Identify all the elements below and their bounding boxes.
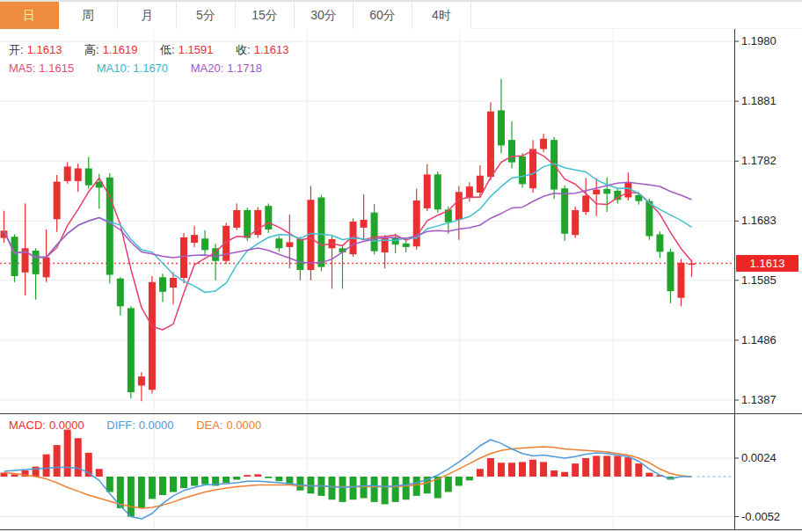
- diff-value: 0.0000: [139, 419, 174, 432]
- ma20-value: 1.1718: [227, 62, 262, 75]
- candle-body: [466, 186, 473, 198]
- dea-label: DEA:: [196, 419, 222, 432]
- macd-bar: [582, 458, 589, 477]
- ma10-value: 1.1670: [133, 62, 168, 75]
- macd-bar: [540, 462, 547, 477]
- candle-body: [508, 140, 515, 162]
- close-label: 收:: [236, 43, 251, 56]
- candle-body: [498, 110, 505, 145]
- macd-bar: [233, 477, 240, 480]
- macd-bar: [371, 477, 378, 502]
- candle-body: [128, 308, 135, 392]
- macd-bar: [64, 430, 71, 477]
- candle-body: [519, 157, 526, 185]
- macd-bar: [244, 475, 251, 477]
- macd-bar: [201, 477, 208, 485]
- candle-body: [43, 258, 50, 278]
- candle-body: [33, 251, 40, 274]
- macd-bar: [635, 463, 642, 477]
- macd-bar: [645, 473, 653, 477]
- low-value: 1.1591: [179, 43, 214, 56]
- candle-body: [244, 210, 251, 238]
- macd-bar: [170, 477, 177, 492]
- macd-bar: [149, 477, 156, 499]
- macd-bar: [392, 477, 399, 502]
- candle-body: [656, 234, 663, 251]
- macd-bar: [350, 477, 357, 499]
- candle-body: [180, 237, 187, 278]
- macd-bar: [328, 477, 335, 499]
- ohlc-legend: 开:1.1613 高:1.1619 低:1.1591 收:1.1613: [9, 42, 292, 58]
- candle-body: [296, 239, 303, 270]
- macd-bar: [265, 477, 272, 478]
- tab-5min[interactable]: 5分: [177, 2, 236, 29]
- diff-label: DIFF:: [106, 419, 135, 432]
- candle-body: [201, 238, 208, 250]
- tab-month[interactable]: 月: [118, 2, 177, 29]
- candle-body: [645, 201, 653, 237]
- macd-bar: [222, 477, 230, 483]
- macd-bar: [96, 469, 103, 477]
- candle-body: [371, 213, 378, 251]
- macd-bar: [614, 455, 621, 477]
- macd-bar: [487, 458, 494, 477]
- candle-body: [191, 235, 198, 243]
- macd-bar: [498, 463, 505, 477]
- tab-day[interactable]: 日: [0, 2, 59, 29]
- macd-bar: [477, 469, 484, 477]
- ma-legend: MA5:1.1615 MA10:1.1670 MA20:1.1718: [9, 62, 266, 75]
- macd-bar: [508, 463, 515, 477]
- macd-bar: [382, 477, 389, 505]
- tab-60min[interactable]: 60分: [354, 2, 412, 29]
- close-value: 1.1613: [254, 43, 289, 56]
- candle-body: [286, 242, 293, 247]
- tab-30min[interactable]: 30分: [295, 2, 354, 29]
- candle-body: [529, 149, 536, 188]
- macd-bar: [33, 467, 40, 477]
- candle-body: [603, 189, 610, 194]
- macd-bar: [519, 462, 526, 477]
- macd-bar: [339, 477, 346, 502]
- macd-bar: [413, 477, 420, 496]
- candle-body: [233, 210, 240, 228]
- macd-bar: [593, 455, 600, 477]
- macd-bar: [529, 460, 536, 477]
- macd-bar: [191, 477, 198, 486]
- tab-week[interactable]: 周: [59, 2, 118, 29]
- candle-body: [689, 263, 696, 265]
- candle-body: [75, 168, 82, 180]
- timeframe-tabbar: 日 周 月 5分 15分 30分 60分 4时: [0, 0, 802, 29]
- tab-15min[interactable]: 15分: [236, 2, 295, 29]
- macd-bar: [296, 477, 303, 491]
- candle-body: [487, 112, 494, 177]
- candle-body: [117, 279, 124, 307]
- tab-4hour[interactable]: 4时: [412, 2, 471, 29]
- candle-body: [403, 244, 410, 247]
- macd-bar: [54, 445, 61, 477]
- candle-body: [582, 195, 589, 212]
- y-axis-label: 1.1486: [741, 333, 776, 346]
- ma5-label: MA5:: [9, 62, 35, 75]
- y-axis-label: 1.1683: [741, 214, 776, 227]
- y-axis-label: 1.1387: [741, 393, 776, 406]
- candle-body: [667, 251, 674, 291]
- y-axis-label: 1.1881: [741, 94, 776, 107]
- candle-body: [138, 376, 145, 385]
- candle-body: [477, 176, 484, 193]
- macd-bar: [128, 477, 135, 517]
- macd-legend: MACD:0.0000 DIFF:0.0000 DEA:0.0000: [9, 419, 265, 432]
- dea-value: 0.0000: [227, 419, 262, 432]
- macd-bar: [361, 477, 368, 499]
- macd-bar: [11, 474, 18, 477]
- open-label: 开:: [9, 43, 24, 56]
- y-axis-label: 0.0024: [741, 451, 776, 464]
- candle-body: [170, 278, 177, 288]
- ma20-label: MA20:: [191, 62, 224, 75]
- candle-body: [540, 139, 547, 149]
- macd-bar: [624, 457, 631, 477]
- y-axis-label: 1.1585: [741, 273, 776, 287]
- high-label: 高:: [84, 43, 99, 56]
- macd-bar: [561, 472, 568, 477]
- chart-canvas[interactable]: [0, 0, 802, 532]
- candle-body: [85, 168, 92, 185]
